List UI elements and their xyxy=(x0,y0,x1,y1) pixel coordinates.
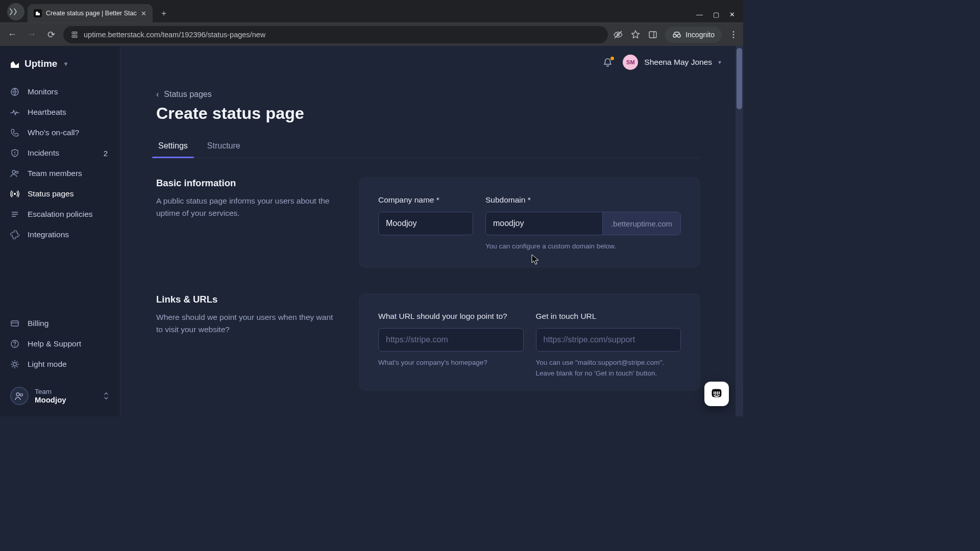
url-field[interactable]: uptime.betterstack.com/team/192396/statu… xyxy=(63,26,608,43)
svg-point-4 xyxy=(76,32,77,33)
credit-card-icon xyxy=(10,319,20,328)
touch-url-hint: You can use "mailto:support@stripe.com".… xyxy=(536,358,681,379)
user-menu[interactable]: SM Sheena May Jones ▾ xyxy=(623,55,721,70)
subdomain-hint: You can configure a custom domain below. xyxy=(485,241,681,252)
scrollbar-track[interactable] xyxy=(736,46,743,416)
sidebar-item-label: Help & Support xyxy=(28,339,81,348)
sidebar-item-label: Integrations xyxy=(28,230,69,239)
logo-url-hint: What's your company's homepage? xyxy=(378,358,524,368)
phone-icon xyxy=(10,128,20,137)
svg-rect-24 xyxy=(11,321,18,326)
logo-url-label: What URL should your logo point to? xyxy=(378,312,524,321)
user-avatar: SM xyxy=(623,55,638,70)
svg-point-12 xyxy=(733,31,734,33)
help-icon xyxy=(10,339,20,348)
page-tabs: Settings Structure xyxy=(156,135,700,158)
touch-url-input[interactable] xyxy=(536,328,681,352)
touch-url-label: Get in touch URL xyxy=(536,312,681,321)
nav-forward-button[interactable]: → xyxy=(24,28,39,42)
section-basic-info: Basic information A public status page i… xyxy=(156,178,700,267)
site-settings-icon[interactable] xyxy=(70,31,79,39)
svg-line-33 xyxy=(12,362,13,362)
page-title: Create status page xyxy=(156,104,700,123)
incognito-icon xyxy=(672,31,681,38)
sidebar-item-incidents[interactable]: Incidents 2 xyxy=(0,143,120,163)
subdomain-input-group: .betteruptime.com xyxy=(485,212,681,235)
sidebar-item-light-mode[interactable]: Light mode xyxy=(0,354,120,374)
team-switcher[interactable]: Team Moodjoy xyxy=(6,383,114,409)
heartbeat-icon xyxy=(10,108,20,117)
bookmark-star-icon[interactable] xyxy=(630,30,641,40)
browser-chrome: Create status page | Better Stac ✕ ＋ — ▢… xyxy=(0,0,743,46)
section-description: A public status page informs your users … xyxy=(156,195,336,219)
sidebar-item-label: Heartbeats xyxy=(28,108,66,117)
svg-line-34 xyxy=(17,366,17,367)
nav-reload-button[interactable]: ⟳ xyxy=(44,28,58,42)
window-maximize-icon[interactable]: ▢ xyxy=(713,11,719,18)
tab-search-button[interactable] xyxy=(7,3,24,20)
subdomain-suffix: .betteruptime.com xyxy=(602,212,680,235)
top-bar: SM Sheena May Jones ▾ xyxy=(120,46,736,79)
incognito-label: Incognito xyxy=(685,31,715,39)
globe-icon xyxy=(10,87,20,96)
sidebar-item-help[interactable]: Help & Support xyxy=(0,334,120,354)
svg-point-19 xyxy=(16,171,18,173)
svg-point-13 xyxy=(733,34,734,35)
sidebar-item-on-call[interactable]: Who's on-call? xyxy=(0,122,120,143)
sidebar-item-billing[interactable]: Billing xyxy=(0,313,120,334)
subdomain-label: Subdomain * xyxy=(485,195,681,205)
sidebar-item-integrations[interactable]: Integrations xyxy=(0,224,120,245)
svg-point-17 xyxy=(14,154,15,155)
incognito-indicator[interactable]: Incognito xyxy=(665,27,722,43)
browser-tab[interactable]: Create status page | Better Stac ✕ xyxy=(28,4,153,22)
tab-close-icon[interactable]: ✕ xyxy=(141,10,146,17)
sidebar-item-monitors[interactable]: Monitors xyxy=(0,82,120,102)
puzzle-icon xyxy=(10,230,20,239)
sidebar-item-heartbeats[interactable]: Heartbeats xyxy=(0,102,120,122)
window-close-icon[interactable]: ✕ xyxy=(729,11,735,18)
tab-settings[interactable]: Settings xyxy=(156,135,190,158)
sidebar-item-label: Billing xyxy=(28,319,48,328)
svg-line-36 xyxy=(17,362,17,362)
sidebar-item-escalation-policies[interactable]: Escalation policies xyxy=(0,204,120,224)
notifications-bell-icon[interactable] xyxy=(603,58,612,67)
browser-menu-icon[interactable] xyxy=(729,30,738,39)
sidebar-item-status-pages[interactable]: Status pages xyxy=(0,184,120,204)
broadcast-icon xyxy=(10,189,20,198)
app-root: Uptime ▾ Monitors Heartbeats Who's on-ca… xyxy=(0,46,743,416)
company-name-input[interactable] xyxy=(378,212,473,235)
window-minimize-icon[interactable]: — xyxy=(696,11,703,18)
intercom-chat-button[interactable] xyxy=(704,382,729,406)
team-label: Team xyxy=(35,388,66,395)
tab-structure[interactable]: Structure xyxy=(205,135,242,158)
sidebar-item-label: Escalation policies xyxy=(28,210,93,219)
nav-back-button[interactable]: ← xyxy=(5,28,19,42)
side-panel-icon[interactable] xyxy=(648,30,658,40)
svg-point-10 xyxy=(673,34,676,37)
list-icon xyxy=(10,210,20,219)
tab-title: Create status page | Better Stac xyxy=(46,10,137,17)
sidebar-item-label: Light mode xyxy=(28,360,67,369)
eye-off-icon[interactable] xyxy=(613,30,623,40)
scrollbar-thumb[interactable] xyxy=(737,48,742,109)
user-name: Sheena May Jones xyxy=(644,58,712,67)
section-links-urls: Links & URLs Where should we point your … xyxy=(156,294,700,390)
brand-name: Uptime xyxy=(24,58,57,69)
new-tab-button[interactable]: ＋ xyxy=(157,6,171,20)
svg-point-18 xyxy=(12,170,15,173)
tab-label: Settings xyxy=(158,141,188,150)
svg-point-37 xyxy=(16,393,19,396)
logo-url-input[interactable] xyxy=(378,328,524,352)
shield-icon xyxy=(10,148,20,158)
breadcrumb-label: Status pages xyxy=(164,90,211,99)
svg-point-38 xyxy=(20,394,23,396)
product-switcher[interactable]: Uptime ▾ xyxy=(0,55,120,82)
chevron-down-icon: ▾ xyxy=(64,60,67,67)
page-content: ‹ Status pages Create status page Settin… xyxy=(120,79,736,416)
sidebar-item-label: Status pages xyxy=(28,189,74,198)
breadcrumb-back[interactable]: ‹ Status pages xyxy=(156,90,700,99)
sidebar-item-team-members[interactable]: Team members xyxy=(0,163,120,184)
subdomain-input[interactable] xyxy=(486,212,602,235)
svg-rect-8 xyxy=(649,32,656,38)
svg-point-28 xyxy=(13,363,16,366)
